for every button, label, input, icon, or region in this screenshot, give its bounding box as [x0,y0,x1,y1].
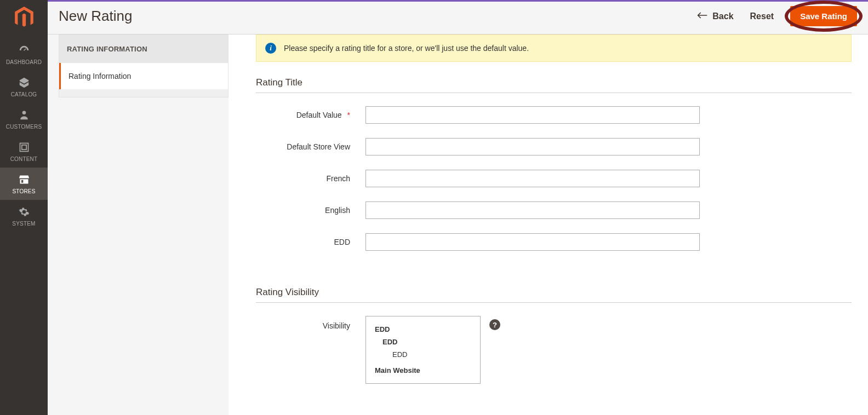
svg-rect-2 [21,145,26,149]
form-area: i Please specify a rating title for a st… [229,34,868,415]
nav-label: DASHBOARD [6,59,42,65]
content-row: RATING INFORMATION Rating Information i … [48,34,868,415]
field-label: French [256,174,366,183]
visibility-option[interactable]: EDD [372,348,475,361]
customers-icon [18,108,31,122]
nav-label: STORES [12,188,35,194]
magento-logo[interactable] [13,7,35,28]
field-label: Default Store View [256,142,366,151]
system-icon [18,205,31,218]
info-notice: i Please specify a rating title for a st… [256,34,852,62]
field-label: English [256,206,366,215]
back-button[interactable]: Back [697,11,733,21]
field-label: Visibility [256,316,366,330]
nav-system[interactable]: SYSTEM [0,200,48,232]
svg-point-0 [22,111,26,115]
default-value-input[interactable] [366,106,700,124]
save-rating-button[interactable]: Save Rating [790,6,857,26]
nav-catalog[interactable]: CATALOG [0,71,48,103]
main-content: New Rating Back Reset Save Rating [48,0,868,415]
section-title-rating-visibility: Rating Visibility [256,287,852,298]
arrow-left-icon [697,11,708,21]
info-icon: i [265,43,276,54]
nav-label: CONTENT [10,156,38,162]
back-label: Back [712,11,733,21]
default-store-view-input[interactable] [366,138,700,155]
admin-sidebar: DASHBOARD CATALOG CUSTOMERS CONTENT STOR [0,0,48,415]
nav-content[interactable]: CONTENT [0,135,48,168]
save-button-wrap: Save Rating [790,6,857,26]
magento-logo-icon [15,7,33,28]
nav-label: CUSTOMERS [6,124,42,130]
page-title: New Rating [59,8,132,25]
field-label: Default Value * [256,111,366,119]
nav-label: SYSTEM [12,221,35,227]
catalog-icon [18,76,31,89]
field-default-store-view: Default Store View [256,138,852,155]
notice-text: Please specify a rating title for a stor… [284,44,529,53]
required-mark: * [347,111,350,119]
stores-icon [18,173,31,186]
reset-label: Reset [750,11,774,21]
english-input[interactable] [366,201,700,219]
svg-rect-1 [20,143,28,152]
nav-label: CATALOG [11,91,37,97]
visibility-select[interactable]: EDD EDD EDD Main Website [366,316,481,384]
section-divider [256,93,852,93]
section-divider [256,302,852,303]
panel-spacer [59,89,228,97]
nav-stores[interactable]: STORES [0,168,48,200]
reset-button[interactable]: Reset [750,11,774,21]
dashboard-icon [18,44,31,57]
panel-header: RATING INFORMATION [59,35,228,63]
nav-dashboard[interactable]: DASHBOARD [0,38,48,71]
panel-box: RATING INFORMATION Rating Information [59,34,229,97]
side-panel: RATING INFORMATION Rating Information [48,34,229,415]
label-text: Default Value [296,111,342,119]
visibility-option[interactable]: EDD [372,336,475,348]
content-icon [18,141,31,154]
field-edd: EDD [256,233,852,251]
edd-input[interactable] [366,233,700,251]
field-visibility: Visibility EDD EDD EDD Main Website ? [256,316,852,384]
section-title-rating-title: Rating Title [256,77,852,88]
field-label: EDD [256,238,366,246]
visibility-option[interactable]: Main Website [372,364,475,377]
field-default-value: Default Value * [256,106,852,124]
field-english: English [256,201,852,219]
field-french: French [256,170,852,187]
visibility-option[interactable]: EDD [372,323,475,336]
french-input[interactable] [366,170,700,187]
nav-customers[interactable]: CUSTOMERS [0,103,48,135]
panel-item-rating-info[interactable]: Rating Information [59,63,228,89]
page-header: New Rating Back Reset Save Rating [48,2,868,34]
help-icon[interactable]: ? [489,319,500,330]
header-actions: Back Reset Save Rating [697,6,857,26]
